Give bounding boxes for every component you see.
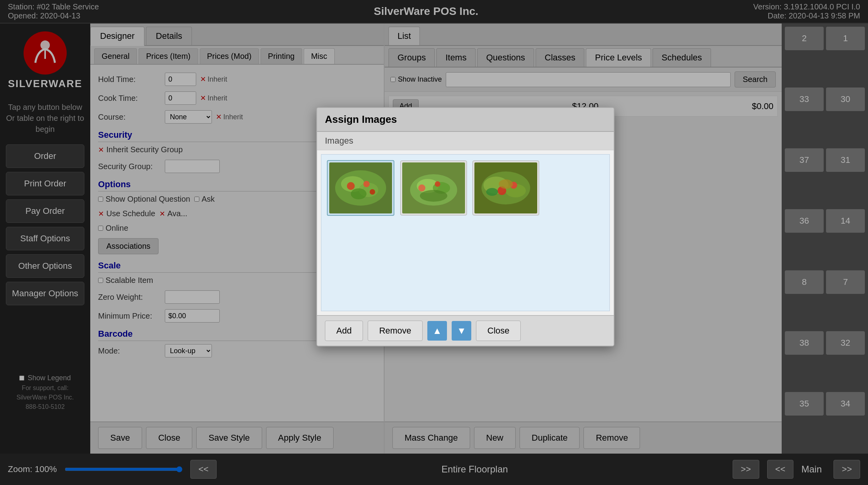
salad-image-1 — [329, 162, 392, 213]
modal-add-button[interactable]: Add — [325, 321, 363, 341]
modal-overlay: Assign Images Images — [0, 0, 868, 485]
salad-image-3 — [474, 162, 537, 213]
svg-point-8 — [363, 181, 370, 187]
salad-image-2 — [402, 162, 465, 213]
image-item-2[interactable] — [400, 160, 467, 215]
modal-header: Assign Images — [317, 108, 614, 132]
image-item-1[interactable] — [327, 160, 394, 216]
modal-footer: Add Remove ▲ ▼ Close — [317, 315, 614, 346]
svg-point-14 — [418, 184, 425, 191]
modal-body — [317, 150, 614, 315]
svg-point-9 — [370, 189, 375, 195]
svg-point-7 — [347, 182, 355, 190]
svg-point-15 — [435, 181, 440, 187]
image-item-3[interactable] — [472, 160, 539, 215]
svg-point-24 — [486, 188, 498, 196]
modal-up-button[interactable]: ▲ — [427, 321, 447, 341]
svg-point-6 — [351, 188, 367, 199]
images-list — [321, 154, 610, 311]
modal-close-button[interactable]: Close — [476, 321, 521, 341]
svg-point-16 — [420, 190, 447, 202]
assign-images-modal: Assign Images Images — [316, 107, 615, 346]
svg-point-23 — [499, 179, 513, 189]
modal-remove-button[interactable]: Remove — [368, 321, 423, 341]
modal-down-button[interactable]: ▼ — [452, 321, 471, 341]
modal-sub-header: Images — [317, 132, 614, 150]
